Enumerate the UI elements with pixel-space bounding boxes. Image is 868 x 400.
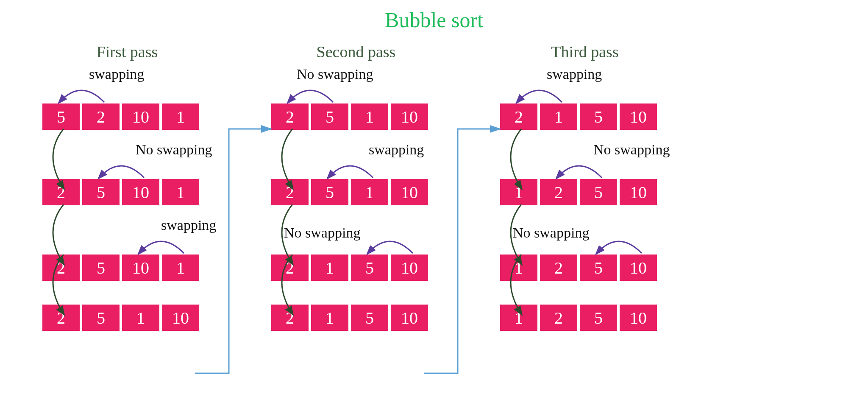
array-cell: 5 — [351, 305, 388, 331]
swap-label-swapping: swapping — [369, 142, 424, 158]
swap-arc-icon — [132, 233, 189, 256]
array-cell: 10 — [122, 255, 159, 281]
array-cell: 5 — [580, 179, 617, 205]
array-cell: 5 — [580, 255, 617, 281]
array-cell: 1 — [311, 255, 348, 281]
swap-arc-icon — [550, 157, 607, 181]
step-flow-arrow-icon — [40, 126, 70, 193]
array-cell: 1 — [311, 305, 348, 331]
step: 12510 — [500, 293, 695, 331]
step-flow-arrow-icon — [40, 251, 70, 319]
step: 12510No swapping — [500, 217, 695, 281]
diagram-title: Bubble sort — [385, 8, 483, 32]
swap-label-no-swapping: No swapping — [593, 142, 670, 158]
array-cell: 5 — [311, 103, 348, 130]
pass-third: Third pass21510swapping12510No swapping1… — [475, 42, 695, 343]
array-cell: 5 — [82, 255, 120, 281]
array-cell: 2 — [540, 255, 577, 281]
array-cell: 2 — [82, 103, 120, 130]
array-cell: 5 — [580, 103, 617, 130]
array-cell: 5 — [311, 179, 348, 205]
swap-arc-icon — [92, 157, 149, 181]
swap-label-no-swapping: No swapping — [297, 66, 373, 82]
array-cell: 1 — [351, 103, 388, 130]
swap-arc-icon — [590, 233, 647, 256]
swap-arc-icon — [281, 82, 338, 105]
array-cell: 1 — [351, 179, 388, 205]
step: 52101swapping — [42, 66, 237, 130]
array-cell: 10 — [620, 305, 657, 331]
step: 12510No swapping — [500, 142, 695, 205]
array-cell: 5 — [82, 179, 120, 205]
array-cell: 5 — [82, 305, 120, 331]
array-cell: 1 — [540, 103, 577, 130]
swap-label-swapping: swapping — [547, 66, 602, 82]
swap-arc-icon — [53, 82, 109, 105]
swap-arc-icon — [510, 82, 567, 105]
connector-pass2-to-pass3-icon — [420, 123, 504, 390]
array-cell: 10 — [122, 179, 159, 205]
pass-label: Third pass — [475, 42, 695, 61]
array-cell: 10 — [122, 103, 159, 130]
pass-label: First pass — [17, 42, 237, 61]
array-cell: 10 — [620, 179, 657, 205]
step: 25110No swapping — [271, 66, 466, 130]
step: 21510swapping — [500, 66, 695, 130]
swap-label-swapping: swapping — [89, 66, 144, 82]
swap-arc-icon — [321, 157, 378, 181]
array-cell: 1 — [122, 305, 159, 331]
pass-label: Second pass — [246, 42, 466, 61]
swap-arc-icon — [361, 233, 418, 256]
connector-pass1-to-pass2-icon — [191, 123, 275, 390]
array-cell: 10 — [620, 255, 657, 281]
array-cell: 10 — [620, 103, 657, 130]
array-cell: 5 — [351, 255, 388, 281]
array-cell: 2 — [540, 179, 577, 205]
array-cell: 2 — [540, 305, 577, 331]
array-cell: 5 — [580, 305, 617, 331]
